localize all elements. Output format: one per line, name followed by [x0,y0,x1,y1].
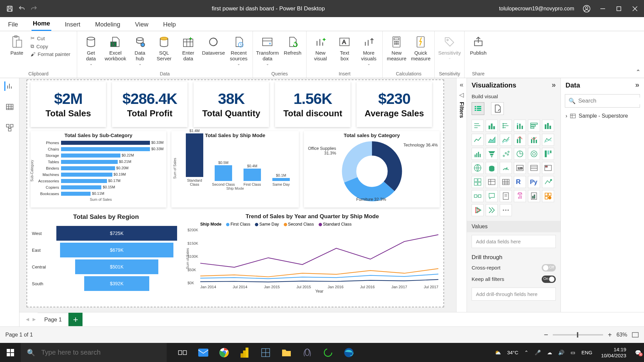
chart-trend-shipmode[interactable]: Trend of Sales by Year and Quarter by Sh… [185,212,440,306]
more-visuals-button[interactable]: More visuals⌄ [358,33,379,66]
visual-type-icon[interactable] [486,120,498,132]
zoom-out-button[interactable]: − [544,330,548,339]
visual-type-icon[interactable] [472,162,484,174]
sensitivity-button[interactable]: Sensitivity⌄ [438,33,461,60]
chart-sales-by-subcategory[interactable]: Total Sales by Sub-Category Sub-Category… [31,131,166,207]
edge-icon[interactable] [343,347,355,358]
format-painter-button[interactable]: 🖌Format painter [31,51,70,57]
bar-column[interactable]: $0.5MSecond Class [212,161,235,186]
recent-sources-button[interactable]: Recent sources⌄ [228,33,249,66]
visual-type-icon[interactable] [528,134,540,146]
filters-pane-collapsed[interactable]: « ◁ Filters [456,78,467,326]
expand-filters-icon[interactable]: « [460,81,463,88]
chrome-icon[interactable] [218,347,230,358]
visual-type-icon[interactable] [486,162,498,174]
weather-icon[interactable]: ⛅ [495,350,501,356]
powerbi-icon[interactable] [239,347,251,358]
collapse-ribbon-icon[interactable]: ⌃ [636,68,641,76]
refresh-button[interactable]: Refresh [282,33,303,56]
visual-type-icon[interactable] [542,120,554,132]
tab-home[interactable]: Home [32,17,51,31]
bar-column[interactable]: $0.4MFirst Class [240,164,264,186]
bar-row[interactable]: Storage $0.22M [36,153,166,159]
visual-type-icon[interactable] [472,204,484,216]
visual-type-icon[interactable] [472,190,484,202]
visual-type-icon[interactable] [542,190,554,202]
card-total-quantity[interactable]: 38KTotal Quantity [194,82,269,127]
visual-type-icon[interactable] [542,162,554,174]
tab-modeling[interactable]: Modeling [94,18,122,31]
visual-type-icon[interactable] [472,176,484,188]
redo-icon[interactable] [30,5,38,12]
visual-type-icon[interactable]: R [514,176,526,188]
bar-row[interactable]: Accessories $0.17M [36,178,166,184]
values-field-well[interactable]: Add data fields here [472,235,556,248]
publish-button[interactable]: Publish [468,33,489,56]
app-icon[interactable] [260,347,271,358]
battery-icon[interactable]: ▭ [571,350,575,356]
tab-insert[interactable]: Insert [63,18,82,31]
bar-row[interactable]: Copiers $0.15M [36,184,166,190]
start-button[interactable] [0,343,21,362]
model-view-button[interactable] [5,123,14,132]
funnel-row[interactable]: West$725K [32,226,178,241]
search-input[interactable] [578,98,644,104]
visual-type-icon[interactable] [500,120,512,132]
visual-type-icon[interactable] [542,134,554,146]
cloud-icon[interactable]: ☁ [547,350,552,356]
enter-data-button[interactable]: Enter data [178,33,199,62]
mic-icon[interactable]: 🎤 [535,350,541,356]
new-visual-button[interactable]: New visual [310,33,331,62]
fields-search[interactable]: 🔍 [565,94,640,108]
bar-row[interactable]: Chairs $0.33M [36,146,166,152]
keep-filters-toggle[interactable]: On [542,276,556,283]
add-page-button[interactable]: + [68,313,83,326]
zoom-slider[interactable] [553,334,603,336]
card-total-sales[interactable]: $2MTotal Sales [31,82,106,127]
visual-type-icon[interactable] [514,134,526,146]
bar-row[interactable]: Phones $0.33M [36,140,166,146]
visual-type-icon[interactable] [542,148,554,160]
maximize-icon[interactable] [615,5,623,12]
card-total-profit[interactable]: $286.4KTotal Profit [112,82,187,127]
excel-button[interactable]: XExcel workbook [105,33,126,62]
format-visual-tab[interactable] [491,102,504,115]
chart-sales-by-category[interactable]: Total sales by Category Technology 36.4%… [304,131,440,207]
tab-view[interactable]: View [134,18,150,31]
loading-icon[interactable] [322,347,334,358]
prev-page-icon[interactable]: ◄ [24,316,31,323]
volume-icon[interactable]: 🔊 [558,350,565,356]
minimize-icon[interactable] [599,5,606,12]
visual-type-icon[interactable] [500,176,512,188]
visual-type-icon[interactable] [500,148,512,160]
sql-server-button[interactable]: SQL Server [154,33,174,62]
cross-report-toggle[interactable]: Off [542,264,556,272]
user-avatar-icon[interactable] [583,5,590,12]
visual-type-icon[interactable] [528,190,540,202]
dataverse-button[interactable]: Dataverse [202,33,225,56]
build-visual-tab[interactable] [472,102,484,115]
next-page-icon[interactable]: ► [31,316,38,323]
visual-type-icon[interactable] [514,148,526,160]
visual-type-icon[interactable] [542,176,554,188]
card-total-discount[interactable]: 1.56KTotal discount [275,82,351,127]
new-measure-button[interactable]: New measure [386,33,407,62]
funnel-row[interactable]: East$679K [32,243,178,257]
tab-file[interactable]: File [7,18,19,31]
visual-type-icon[interactable] [514,120,526,132]
drillthrough-field-well[interactable]: Add drill-through fields here [472,288,556,301]
visual-type-icon[interactable]: Py [528,176,540,188]
visual-type-icon[interactable] [528,162,540,174]
data-hub-button[interactable]: Data hub⌄ [129,33,150,66]
bar-row[interactable]: Binders $0.20M [36,165,166,171]
visual-type-icon[interactable] [486,134,498,146]
undo-icon[interactable] [18,5,25,12]
taskbar-search[interactable]: 🔍 [21,343,167,362]
bar-column[interactable]: $0.1MSame Day [269,173,293,186]
chart-sales-by-region[interactable]: Total Sales by Region West$725KEast$679K… [31,212,181,306]
collapse-data-icon[interactable]: » [635,81,639,89]
visual-type-icon[interactable] [486,204,498,216]
bar-row[interactable]: Machines $0.19M [36,172,166,178]
visual-type-icon[interactable] [486,176,498,188]
notifications-icon[interactable]: 💬4 [635,350,641,356]
